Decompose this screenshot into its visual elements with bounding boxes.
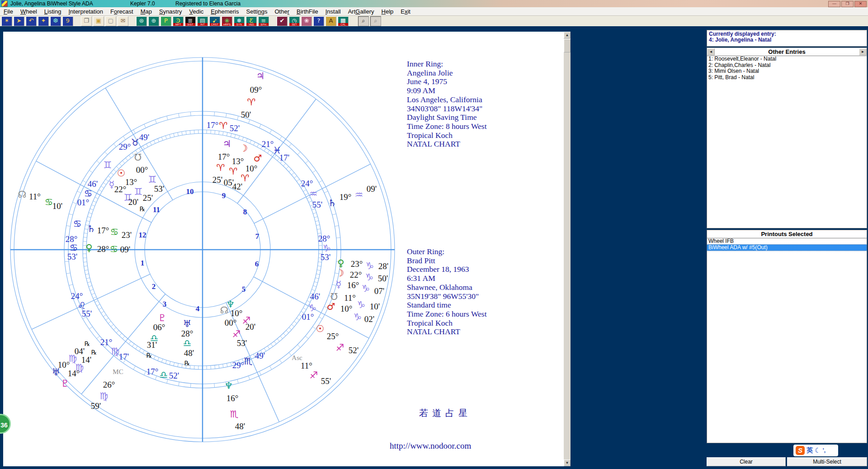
chart-fragment: 00° (136, 165, 148, 175)
menu-item-other[interactable]: Other (271, 8, 293, 15)
chart-fragment: 14' (81, 355, 91, 365)
maximize-button[interactable]: ❐ (841, 1, 854, 7)
moon-sigma-icon[interactable]: ϿMPT (173, 16, 184, 26)
ime-language-toggle[interactable]: 英 (807, 446, 813, 455)
zoom-out-icon[interactable]: ⌕ (370, 16, 381, 26)
snowflake-teal-icon[interactable]: ❅SYN (234, 16, 245, 26)
sogou-logo-icon[interactable]: S (796, 446, 805, 455)
ime-toolbar[interactable]: S 英 ☾ ’, (793, 445, 838, 456)
chart-fragment: ♋ (110, 227, 119, 237)
chart-fragment: 49' (255, 351, 265, 361)
app-icon (1, 0, 8, 7)
art-flower-icon[interactable]: ❀HRPS (222, 16, 232, 26)
chart-fragment: 1 (141, 259, 145, 268)
close-button[interactable]: ✕ (854, 1, 867, 7)
back-arrow-icon[interactable]: ↶ (26, 16, 37, 26)
scroll-thumb[interactable] (564, 39, 571, 52)
outer-ring-info: Outer Ring:Brad PittDecember 18, 19636:3… (407, 247, 487, 336)
scroll-right-icon[interactable]: ► (859, 48, 867, 55)
current-entry-box: Currently displayed entry: 4: Jolie, Ang… (707, 30, 867, 47)
calendar-icon[interactable]: ▦CAL (338, 16, 349, 26)
chart-fragment: ♃ (256, 71, 265, 81)
chart-fragment: 17° (218, 152, 230, 162)
checkbox-icon[interactable]: ✔ (277, 16, 288, 26)
listing-icon[interactable]: ≣SIST (185, 16, 196, 26)
help-icon[interactable]: ? (313, 16, 324, 26)
om-icon[interactable]: ƸVED (246, 16, 257, 26)
chart-fragment: ♈ (217, 163, 225, 173)
chart-fragment: 21° (100, 337, 113, 347)
jet-four-icon[interactable]: ➹CRST (209, 16, 220, 26)
printout-list-item[interactable]: BiWheel ADA w/ #5(Out) (707, 245, 867, 251)
info-line: Tropical Koch (407, 319, 487, 328)
star-wheel-icon[interactable]: ✦ (38, 16, 49, 26)
clock-icon[interactable]: ◷SET (289, 16, 300, 26)
menu-item-help[interactable]: Help (378, 8, 397, 15)
vertical-scrollbar[interactable]: ▲ ▼ (564, 32, 571, 466)
page-p-icon[interactable]: P (160, 16, 171, 26)
info-line: 34N03'08" 118W14'34" (407, 104, 487, 114)
multi-select-button[interactable]: Multi-Select (787, 457, 867, 466)
chart-fragment: ♀ (85, 243, 92, 253)
menu-item-ephemeris[interactable]: Ephemeris (207, 8, 242, 15)
chart-fragment: ♏ (230, 410, 239, 419)
wheel-alt-icon[interactable]: ⊕ (148, 16, 159, 26)
print-icon[interactable]: ✉ (118, 16, 128, 26)
list-teal-icon[interactable]: ≡EPH (258, 16, 269, 26)
zoom-in-icon[interactable]: ⌕ (358, 16, 369, 26)
chart-fragment: 24° (301, 179, 313, 189)
menu-item-synastry[interactable]: Synastry (156, 8, 186, 15)
entry-list-item[interactable]: 1: Roosevelt,Eleanor - Natal (707, 56, 867, 62)
chart-fragment: 01° (77, 198, 90, 208)
printout-list-item[interactable]: Wheel IFB (707, 238, 867, 245)
menu-item-interpretation[interactable]: Interpretation (65, 8, 107, 15)
listing-alt-icon[interactable]: ▤INT (197, 16, 208, 26)
minimize-button[interactable]: — (828, 1, 840, 7)
scroll-left-icon[interactable]: ◄ (707, 48, 715, 55)
other-entries-list: 1: Roosevelt,Eleanor - Natal2: Chaplin,C… (707, 56, 867, 81)
wheel-chart-icon[interactable]: ⊛ (136, 16, 147, 26)
entry-list-item[interactable]: 2: Chaplin,Charles - Natal (707, 62, 867, 69)
nine-wheel-icon[interactable]: 9 (62, 16, 73, 26)
menu-item-map[interactable]: Map (137, 8, 156, 15)
menu-item-file[interactable]: File (0, 8, 17, 15)
window-icon[interactable]: ❐ (81, 16, 92, 26)
entry-list-item[interactable]: 3: Mimi Olsen - Natal (707, 68, 867, 75)
chart-fragment: 17' (279, 153, 289, 163)
info-line: 6:31 AM (407, 274, 487, 283)
current-entry-value: 4: Jolie, Angelina - Natal (709, 37, 865, 43)
menu-item-exit[interactable]: Exit (397, 8, 414, 15)
chart-fragment: 3 (163, 300, 167, 309)
entry-list-item[interactable]: 5: Pitt, Brad - Natal (707, 75, 867, 81)
menu-item-settings[interactable]: Settings (243, 8, 271, 15)
menu-item-forecast[interactable]: Forecast (107, 8, 137, 15)
new-wheel-icon[interactable]: ✶ (1, 16, 12, 26)
ime-punctuation-icon[interactable]: ’, (822, 447, 826, 454)
chart-fragment: 28' (378, 261, 388, 271)
menu-item-artgallery[interactable]: ArtGallery (344, 8, 378, 15)
ime-moon-icon[interactable]: ☾ (815, 446, 821, 455)
chart-fragment: 52' (230, 123, 240, 133)
clear-button[interactable]: Clear (707, 457, 786, 466)
menu-item-birthfile[interactable]: BirthFile (293, 8, 322, 15)
chart-fragment: 16° (226, 393, 239, 403)
chart-fragment: ♉ (131, 138, 140, 147)
chart-fragment: 11° (344, 293, 356, 303)
document-icon[interactable]: ▢ (105, 16, 116, 26)
save-icon[interactable]: ▣ (93, 16, 104, 26)
scroll-up-icon[interactable]: ▲ (564, 32, 571, 38)
menu-item-vedic[interactable]: Vedic (186, 8, 208, 15)
info-line: 9:09 AM (407, 86, 487, 95)
chart-fragment: 31' (147, 340, 157, 350)
chart-fragment: ℞ (85, 340, 90, 348)
artgallery-icon[interactable]: ❀ (301, 16, 312, 26)
snowflake-wheel-icon[interactable]: ❆ (50, 16, 61, 26)
menu-item-listing[interactable]: Listing (41, 8, 65, 15)
chart-fragment: 29° (119, 142, 131, 152)
chart-fragment: ☽ (336, 269, 344, 278)
menu-item-install[interactable]: Install (322, 8, 344, 15)
scroll-down-icon[interactable]: ▼ (564, 460, 571, 466)
letter-a-icon[interactable]: A (326, 16, 336, 26)
menu-item-wheel[interactable]: Wheel (17, 8, 41, 15)
open-wheel-icon[interactable]: ➤ (14, 16, 24, 26)
